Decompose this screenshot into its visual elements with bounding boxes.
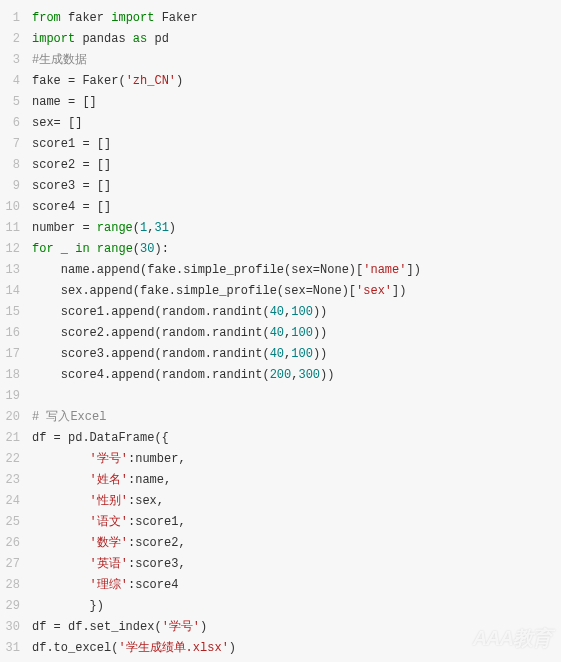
code-content: fake = Faker('zh_CN'): [32, 71, 183, 92]
line-number: 24: [0, 491, 32, 512]
token: ]): [406, 263, 420, 277]
token: )): [313, 347, 327, 361]
code-line: 15 score1.append(random.randint(40,100)): [0, 302, 561, 323]
line-number: 10: [0, 197, 32, 218]
code-line: 31df.to_excel('学生成绩单.xlsx'): [0, 638, 561, 659]
token: range: [97, 242, 133, 256]
line-number: 1: [0, 8, 32, 29]
token: for: [32, 242, 54, 256]
code-line: 27 '英语':score3,: [0, 554, 561, 575]
token: import: [32, 32, 75, 46]
token: 40: [270, 347, 284, 361]
token: score3.append(random.randint(: [61, 347, 270, 361]
code-content: '性别':sex,: [32, 491, 164, 512]
token: [90, 242, 97, 256]
code-content: '学号':number,: [32, 449, 186, 470]
token: faker: [61, 11, 111, 25]
token: :number,: [128, 452, 186, 466]
code-line: 28 '理综':score4: [0, 575, 561, 596]
token: 40: [270, 326, 284, 340]
code-line: 12for _ in range(30):: [0, 239, 561, 260]
line-number: 11: [0, 218, 32, 239]
code-content: sex.append(fake.simple_profile(sex=None)…: [32, 281, 406, 302]
code-content: from faker import Faker: [32, 8, 198, 29]
line-number: 4: [0, 71, 32, 92]
line-number: 28: [0, 575, 32, 596]
token: 200: [270, 368, 292, 382]
token: )): [320, 368, 334, 382]
token: }): [90, 599, 104, 613]
line-number: 17: [0, 344, 32, 365]
line-number: 19: [0, 386, 32, 407]
token: 31: [154, 221, 168, 235]
token: 100: [291, 347, 313, 361]
line-number: 5: [0, 92, 32, 113]
token: name.append(fake.simple_profile(sex=None…: [61, 263, 363, 277]
line-number: 16: [0, 323, 32, 344]
line-number: 7: [0, 134, 32, 155]
token: )): [313, 326, 327, 340]
code-content: }): [32, 596, 104, 617]
code-line: 10score4 = []: [0, 197, 561, 218]
token: name = []: [32, 95, 97, 109]
code-line: 11number = range(1,31): [0, 218, 561, 239]
line-number: 15: [0, 302, 32, 323]
line-number: 6: [0, 113, 32, 134]
token: sex.append(fake.simple_profile(sex=None)…: [61, 284, 356, 298]
line-number: 23: [0, 470, 32, 491]
code-line: 19: [0, 386, 561, 407]
line-number: 30: [0, 617, 32, 638]
code-line: 26 '数学':score2,: [0, 533, 561, 554]
token: score4 = []: [32, 200, 111, 214]
code-content: name = []: [32, 92, 97, 113]
code-line: 25 '语文':score1,: [0, 512, 561, 533]
token: '语文': [90, 515, 128, 529]
code-line: 5name = []: [0, 92, 561, 113]
token: _: [54, 242, 76, 256]
token: '学生成绩单.xlsx': [118, 641, 228, 655]
token: ): [229, 641, 236, 655]
code-line: 14 sex.append(fake.simple_profile(sex=No…: [0, 281, 561, 302]
token: 100: [291, 326, 313, 340]
token: range: [97, 221, 133, 235]
code-line: 18 score4.append(random.randint(200,300)…: [0, 365, 561, 386]
line-number: 13: [0, 260, 32, 281]
code-line: 8score2 = []: [0, 155, 561, 176]
token: #生成数据: [32, 53, 87, 67]
code-line: 1from faker import Faker: [0, 8, 561, 29]
token: df = pd.DataFrame({: [32, 431, 169, 445]
line-number: 18: [0, 365, 32, 386]
code-line: 13 name.append(fake.simple_profile(sex=N…: [0, 260, 561, 281]
token: '姓名': [90, 473, 128, 487]
code-line: 24 '性别':sex,: [0, 491, 561, 512]
code-block: 1from faker import Faker2import pandas a…: [0, 0, 561, 662]
token: score2 = []: [32, 158, 111, 172]
token: df = df.set_index(: [32, 620, 162, 634]
token: score1 = []: [32, 137, 111, 151]
token: pandas: [75, 32, 133, 46]
token: score3 = []: [32, 179, 111, 193]
token: fake = Faker(: [32, 74, 126, 88]
token: '理综': [90, 578, 128, 592]
token: 'sex': [356, 284, 392, 298]
code-content: df = pd.DataFrame({: [32, 428, 169, 449]
code-line: 7score1 = []: [0, 134, 561, 155]
code-content: '语文':score1,: [32, 512, 186, 533]
code-content: '英语':score3,: [32, 554, 186, 575]
token: score1.append(random.randint(: [61, 305, 270, 319]
code-line: 4fake = Faker('zh_CN'): [0, 71, 561, 92]
token: :sex,: [128, 494, 164, 508]
token: '英语': [90, 557, 128, 571]
token: '数学': [90, 536, 128, 550]
line-number: 3: [0, 50, 32, 71]
code-content: score4 = []: [32, 197, 111, 218]
token: '性别': [90, 494, 128, 508]
token: as: [133, 32, 147, 46]
code-content: name.append(fake.simple_profile(sex=None…: [32, 260, 421, 281]
token: 300: [298, 368, 320, 382]
code-content: for _ in range(30):: [32, 239, 169, 260]
code-line: 30df = df.set_index('学号'): [0, 617, 561, 638]
code-line: 9score3 = []: [0, 176, 561, 197]
token: '学号': [162, 620, 200, 634]
token: 30: [140, 242, 154, 256]
